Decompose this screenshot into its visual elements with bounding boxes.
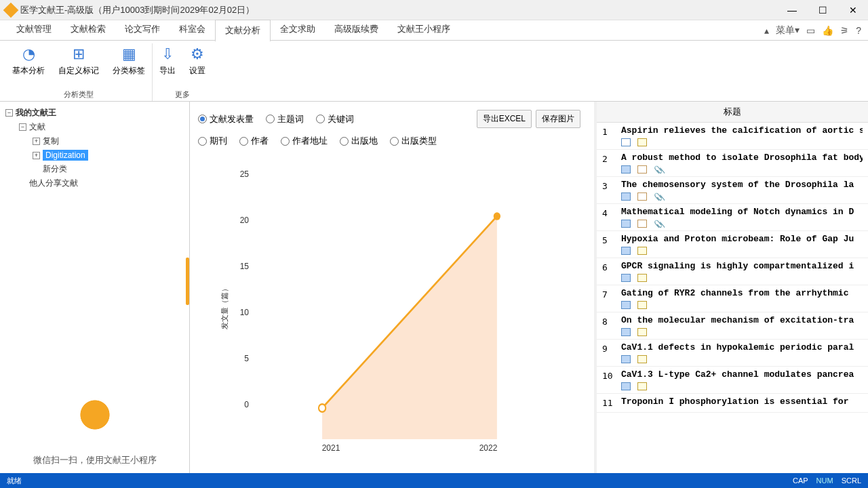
mail-icon <box>621 355 631 363</box>
collapse-icon[interactable]: − <box>5 109 13 117</box>
center-panel: 文献发表量主题词关键词导出EXCEL保存图片 期刊作者作者地址出版地出版类型 发… <box>190 102 597 473</box>
scrl-indicator: SCRL <box>842 476 861 485</box>
note-icon <box>637 328 647 336</box>
x-tick: 2022 <box>479 443 498 453</box>
article-row[interactable]: 9CaV1.1 defects in hypokalemic periodic … <box>597 340 868 367</box>
article-row[interactable]: 2A robust method to isolate Drosophila f… <box>597 150 868 177</box>
like-icon[interactable]: 👍 <box>822 25 833 36</box>
titlebar: 医学文献王-高级版（用户10003到期时间2029年02月02日） — ☐ ✕ <box>0 0 868 20</box>
tab-7[interactable]: 文献王小程序 <box>388 19 460 41</box>
qr-caption: 微信扫一扫，使用文献王小程序 <box>7 454 182 466</box>
radio-作者地址[interactable]: 作者地址 <box>281 135 328 147</box>
maximize-button[interactable]: ☐ <box>813 5 833 16</box>
status-text: 就绪 <box>7 476 22 486</box>
radio-主题词[interactable]: 主题词 <box>266 113 304 125</box>
radio-出版地[interactable]: 出版地 <box>340 135 378 147</box>
mail-icon <box>621 328 631 336</box>
doc-icon <box>637 165 647 174</box>
note-icon <box>637 274 647 282</box>
y-tick: 0 <box>244 400 249 409</box>
menubar: 文献管理文献检索论文写作科室会文献分析全文求助高级版续费文献王小程序 ▴ 菜单▾… <box>0 20 868 41</box>
mail-icon <box>621 192 631 201</box>
ribbon: ◔基本分析⊞自定义标记▦分类标签 分析类型 ⇩导出⚙设置 更多 <box>0 41 868 102</box>
pin-icon[interactable]: ▴ <box>764 25 769 36</box>
clip-icon: 📎 <box>654 165 663 174</box>
y-tick: 15 <box>240 262 249 271</box>
tree-item[interactable]: 他人分享文献 <box>3 176 186 190</box>
mail-icon <box>621 382 631 390</box>
y-axis-label: 发文量（篇） <box>220 285 230 329</box>
chart-svg <box>252 174 567 439</box>
mail-icon <box>621 165 631 174</box>
ribbon-btn[interactable]: ⚙设置 <box>186 43 208 79</box>
window-title: 医学文献王-高级版（用户10003到期时间2029年02月02日） <box>20 4 782 16</box>
radio-关键词[interactable]: 关键词 <box>316 113 354 125</box>
tab-3[interactable]: 科室会 <box>170 19 215 41</box>
article-row[interactable]: 8On the molecular mechanism of excitatio… <box>597 312 868 340</box>
tree-root[interactable]: − 我的文献王 <box>3 106 186 120</box>
close-button[interactable]: ✕ <box>844 5 863 16</box>
tree-item[interactable]: +Digitization <box>3 148 186 162</box>
cap-indicator: CAP <box>793 476 808 485</box>
tab-4[interactable]: 文献分析 <box>215 20 271 42</box>
app-icon <box>3 2 19 18</box>
help-icon[interactable]: ? <box>856 25 861 36</box>
x-tick: 2021 <box>322 443 340 453</box>
radio-期刊[interactable]: 期刊 <box>198 135 227 147</box>
scroll-indicator[interactable] <box>186 258 189 305</box>
radio-出版类型[interactable]: 出版类型 <box>390 135 437 147</box>
num-indicator: NUM <box>816 476 833 485</box>
right-panel: 标题 1Aspirin relieves the calcification o… <box>597 102 868 473</box>
note-icon <box>637 382 647 390</box>
expand-icon[interactable]: − <box>19 123 26 131</box>
ribbon-btn[interactable]: ▦分类标签 <box>110 43 148 79</box>
chart: 发文量（篇） 20212022 0510152025 <box>218 167 574 466</box>
article-row[interactable]: 10CaV1.3 L-type Ca2+ channel modulates p… <box>597 367 868 394</box>
article-row[interactable]: 7Gating of RYR2 channels from the arrhyt… <box>597 285 868 312</box>
y-tick: 5 <box>244 354 249 363</box>
clip-icon: 📎 <box>654 192 663 201</box>
tab-0[interactable]: 文献管理 <box>7 19 61 41</box>
tab-2[interactable]: 论文写作 <box>115 19 170 41</box>
mail-icon <box>621 274 631 282</box>
export-excel-button[interactable]: 导出EXCEL <box>477 110 532 128</box>
minimize-button[interactable]: — <box>782 5 802 16</box>
svg-point-3 <box>494 212 500 220</box>
layout-icon[interactable]: ▭ <box>806 25 815 36</box>
svg-point-2 <box>319 404 326 412</box>
ribbon-btn[interactable]: ⊞自定义标记 <box>56 43 102 79</box>
rss-icon[interactable]: ⚞ <box>840 25 849 36</box>
doc-icon <box>637 192 647 201</box>
menu-dropdown[interactable]: 菜单▾ <box>776 24 800 37</box>
note-icon <box>637 301 647 309</box>
radio-作者[interactable]: 作者 <box>239 135 269 147</box>
tree-item[interactable]: +复制 <box>3 134 186 148</box>
ribbon-group-label: 分析类型 <box>64 89 94 101</box>
svg-marker-0 <box>322 216 497 439</box>
article-row[interactable]: 11Troponin I phosphorylation is essentia… <box>597 394 868 413</box>
note-icon <box>637 247 647 255</box>
mail-read-icon <box>621 138 631 146</box>
tree-item[interactable]: −文献 <box>3 120 186 134</box>
statusbar: 就绪 CAP NUM SCRL <box>0 473 868 488</box>
ribbon-group-label: 更多 <box>175 89 190 101</box>
tab-5[interactable]: 全文求助 <box>271 19 325 41</box>
article-row[interactable]: 3The chemosensory system of the Drosophi… <box>597 177 868 204</box>
ribbon-btn[interactable]: ◔基本分析 <box>9 43 47 79</box>
expand-icon[interactable]: + <box>33 152 40 159</box>
expand-icon[interactable]: + <box>33 138 40 145</box>
tree: − 我的文献王 −文献+复制+Digitization新分类他人分享文献 <box>0 102 189 374</box>
radio-文献发表量[interactable]: 文献发表量 <box>198 113 254 125</box>
tree-item[interactable]: 新分类 <box>3 162 186 176</box>
ribbon-btn[interactable]: ⇩导出 <box>157 43 178 79</box>
article-row[interactable]: 6GPCR signaling is highly compartmentali… <box>597 258 868 285</box>
tab-1[interactable]: 文献检索 <box>61 19 115 41</box>
article-row[interactable]: 1Aspirin relieves the calcification of a… <box>597 123 868 150</box>
tab-6[interactable]: 高级版续费 <box>325 19 388 41</box>
note-icon <box>637 355 647 363</box>
mail-icon <box>621 220 631 228</box>
article-row[interactable]: 5Hypoxia and Proton microbeam: Role of G… <box>597 231 868 258</box>
sidebar: − 我的文献王 −文献+复制+Digitization新分类他人分享文献 微信扫… <box>0 102 190 473</box>
save-image-button[interactable]: 保存图片 <box>536 110 580 128</box>
article-row[interactable]: 4Mathematical modeling of Notch dynamics… <box>597 204 868 231</box>
